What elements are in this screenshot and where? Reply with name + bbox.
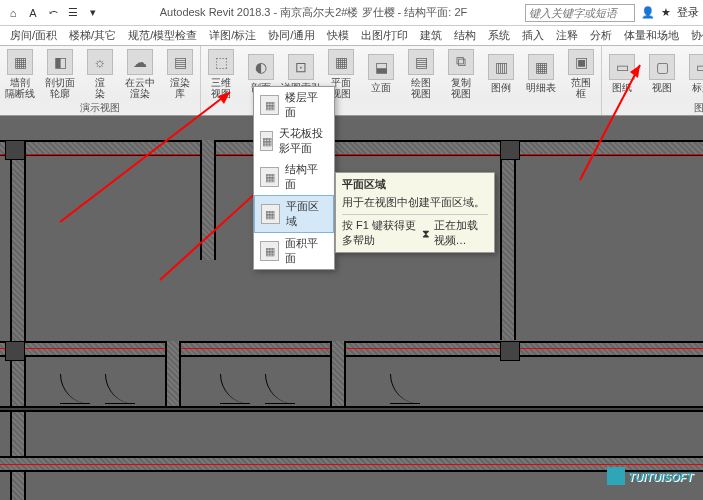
door bbox=[220, 374, 250, 404]
quick-access-toolbar: ⌂ A ⤺ ☰ ▾ bbox=[4, 4, 102, 22]
door bbox=[390, 374, 420, 404]
dropdown-item-structural-plan[interactable]: ▦结构平面 bbox=[254, 159, 334, 195]
btn-legend[interactable]: ▥图例 bbox=[481, 46, 521, 101]
wall bbox=[0, 341, 703, 357]
tooltip: 平面区域 用于在视图中创建平面区域。 按 F1 键获得更多帮助 ⧗ 正在加载视频… bbox=[335, 172, 495, 253]
cube-icon: ⬚ bbox=[208, 49, 234, 75]
app-name: Autodesk Revit 2018.3 - bbox=[160, 6, 277, 18]
tooltip-loading: 正在加载视频… bbox=[434, 218, 488, 248]
qat-undo-icon[interactable]: ⤺ bbox=[44, 4, 62, 22]
tab-stairs[interactable]: 楼梯/其它 bbox=[63, 26, 122, 45]
floor-plan-icon: ▦ bbox=[260, 95, 279, 115]
plan-region-icon: ▦ bbox=[261, 204, 280, 224]
legend-icon: ▥ bbox=[488, 54, 514, 80]
gridline bbox=[0, 348, 703, 349]
login-link[interactable]: 登录 bbox=[677, 5, 699, 20]
tab-annotate[interactable]: 注释 bbox=[550, 26, 584, 45]
column bbox=[5, 341, 25, 361]
title-right-area: 👤 ★ 登录 bbox=[641, 5, 699, 20]
title-bar: ⌂ A ⤺ ☰ ▾ Autodesk Revit 2018.3 - 南京高尔夫2… bbox=[0, 0, 703, 26]
infocenter-icon[interactable]: 👤 bbox=[641, 6, 655, 19]
wall bbox=[500, 140, 516, 340]
btn-duplicate-view[interactable]: ⧉复制视图 bbox=[441, 46, 481, 101]
dropdown-item-rcp[interactable]: ▦天花板投影平面 bbox=[254, 123, 334, 159]
wall bbox=[330, 341, 346, 411]
watermark: TUITUISOFT bbox=[607, 465, 693, 486]
tab-collab[interactable]: 协作 bbox=[685, 26, 703, 45]
window-title: Autodesk Revit 2018.3 - 南京高尔夫2#楼 罗仕樱 - 结… bbox=[102, 5, 525, 20]
callout-icon: ⊡ bbox=[288, 54, 314, 80]
door bbox=[105, 374, 135, 404]
document-name: 南京高尔夫2#楼 罗仕樱 - 结构平面: 2F bbox=[280, 6, 467, 18]
wall bbox=[10, 140, 26, 500]
qat-text-icon[interactable]: A bbox=[24, 4, 42, 22]
title-icon: ▭ bbox=[689, 54, 703, 80]
qat-more-icon[interactable]: ▾ bbox=[84, 4, 102, 22]
watermark-icon bbox=[607, 467, 625, 485]
column bbox=[500, 341, 520, 361]
tab-insert[interactable]: 插入 bbox=[516, 26, 550, 45]
wall-section-icon: ▦ bbox=[7, 49, 33, 75]
svg-marker-1 bbox=[218, 92, 230, 104]
svg-line-4 bbox=[580, 65, 640, 180]
render-icon: ☼ bbox=[87, 49, 113, 75]
duplicate-icon: ⧉ bbox=[448, 49, 474, 75]
column bbox=[5, 140, 25, 160]
qat-home-icon[interactable]: ⌂ bbox=[4, 4, 22, 22]
tab-print[interactable]: 出图/打印 bbox=[355, 26, 414, 45]
loading-icon: ⧗ bbox=[422, 227, 430, 240]
gallery-icon: ▤ bbox=[167, 49, 193, 75]
tab-check[interactable]: 规范/模型检查 bbox=[122, 26, 203, 45]
btn-titleblock[interactable]: ▭标题 bbox=[682, 46, 703, 101]
column bbox=[500, 140, 520, 160]
rcp-icon: ▦ bbox=[260, 131, 273, 151]
dropdown-item-plan-region[interactable]: ▦平面区域 bbox=[254, 195, 334, 233]
btn-wall-section[interactable]: ▦墙剖隔断线 bbox=[0, 46, 40, 101]
tooltip-f1: 按 F1 键获得更多帮助 bbox=[342, 218, 418, 248]
btn-elevation[interactable]: ⬓立面 bbox=[361, 46, 401, 101]
tooltip-title: 平面区域 bbox=[342, 177, 488, 192]
plan-view-icon: ▦ bbox=[328, 49, 354, 75]
tab-massing[interactable]: 体量和场地 bbox=[618, 26, 685, 45]
tab-arch[interactable]: 建筑 bbox=[414, 26, 448, 45]
cloud-render-icon: ☁ bbox=[127, 49, 153, 75]
elevation-icon: ⬓ bbox=[368, 54, 394, 80]
plan-view-dropdown: ▦楼层平面 ▦天花板投影平面 ▦结构平面 ▦平面区域 ▦面积平面 bbox=[253, 86, 335, 270]
tooltip-body: 用于在视图中创建平面区域。 bbox=[342, 195, 488, 210]
annotation-arrow bbox=[570, 60, 670, 190]
tab-quick[interactable]: 快模 bbox=[321, 26, 355, 45]
area-plan-icon: ▦ bbox=[260, 241, 279, 261]
door bbox=[60, 374, 90, 404]
tab-collab-gen[interactable]: 协同/通用 bbox=[262, 26, 321, 45]
tab-room-area[interactable]: 房间/面积 bbox=[4, 26, 63, 45]
tab-analyze[interactable]: 分析 bbox=[584, 26, 618, 45]
drafting-icon: ▤ bbox=[408, 49, 434, 75]
dropdown-item-floor-plan[interactable]: ▦楼层平面 bbox=[254, 87, 334, 123]
cut-profile-icon: ◧ bbox=[47, 49, 73, 75]
tab-struct[interactable]: 结构 bbox=[448, 26, 482, 45]
dropdown-item-area-plan[interactable]: ▦面积平面 bbox=[254, 233, 334, 269]
ribbon-tabs: 房间/面积 楼梯/其它 规范/模型检查 详图/标注 协同/通用 快模 出图/打印… bbox=[0, 26, 703, 46]
tab-systems[interactable]: 系统 bbox=[482, 26, 516, 45]
qat-menu-icon[interactable]: ☰ bbox=[64, 4, 82, 22]
door bbox=[265, 374, 295, 404]
btn-schedule[interactable]: ▦明细表 bbox=[521, 46, 561, 101]
tab-detail[interactable]: 详图/标注 bbox=[203, 26, 262, 45]
struct-plan-icon: ▦ bbox=[260, 167, 279, 187]
section-icon: ◐ bbox=[248, 54, 274, 80]
schedule-icon: ▦ bbox=[528, 54, 554, 80]
wall bbox=[165, 341, 181, 411]
btn-drafting-view[interactable]: ▤绘图视图 bbox=[401, 46, 441, 101]
wall bbox=[0, 406, 703, 412]
search-input[interactable] bbox=[525, 4, 635, 22]
star-icon[interactable]: ★ bbox=[661, 6, 671, 19]
gridline bbox=[0, 464, 703, 465]
